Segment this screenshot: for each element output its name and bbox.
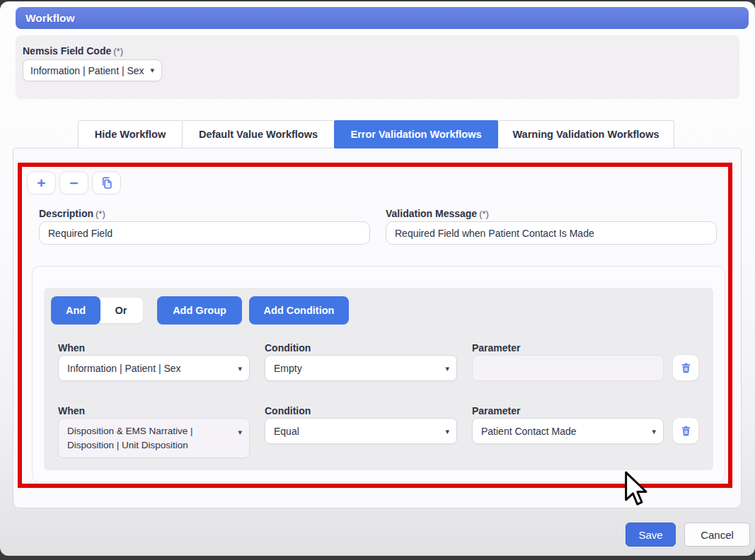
chevron-down-icon: ▾ xyxy=(652,427,656,435)
when-label: When xyxy=(58,404,85,417)
minus-icon: − xyxy=(69,175,78,190)
remove-workflow-button[interactable]: − xyxy=(59,171,88,194)
tab-error-validation-workflows[interactable]: Error Validation Workflows xyxy=(334,120,498,148)
description-input[interactable] xyxy=(39,221,370,245)
parameter-label: Parameter xyxy=(472,342,521,354)
required-mark: (*) xyxy=(96,209,105,219)
when-value: Disposition & EMS Narrative | Dispositio… xyxy=(67,424,221,452)
nemsis-field-section: Nemsis Field Code(*) Information | Patie… xyxy=(16,35,739,99)
cancel-button[interactable]: Cancel xyxy=(684,523,750,547)
chevron-down-icon: ▾ xyxy=(445,364,449,372)
when-select-row1[interactable]: Information | Patient | Sex ▾ xyxy=(58,355,250,381)
required-mark: (*) xyxy=(479,209,489,219)
app-window: Workflow Nemsis Field Code(*) Informatio… xyxy=(0,1,755,556)
parameter-value: Patient Contact Made xyxy=(481,426,577,437)
workflow-titlebar: Workflow xyxy=(16,7,749,29)
parameter-label: Parameter xyxy=(472,404,521,417)
tab-hide-workflow[interactable]: Hide Workflow xyxy=(78,120,183,148)
nemsis-field-value: Information | Patient | Sex xyxy=(30,65,144,76)
condition-select-row1[interactable]: Empty ▾ xyxy=(265,355,457,381)
trash-icon xyxy=(680,362,692,374)
condition-value: Equal xyxy=(274,426,299,437)
add-workflow-button[interactable]: + xyxy=(27,171,56,194)
when-value: Information | Patient | Sex xyxy=(67,363,181,374)
condition-value: Empty xyxy=(274,363,302,374)
page-title: Workflow xyxy=(25,12,74,25)
chevron-down-icon: ▾ xyxy=(238,364,242,372)
when-label: When xyxy=(58,342,85,354)
and-button[interactable]: And xyxy=(51,296,100,325)
chevron-down-icon: ▾ xyxy=(445,427,449,435)
validation-message-input[interactable] xyxy=(386,221,717,245)
description-label: Description(*) xyxy=(39,207,105,220)
nemsis-field-dropdown[interactable]: Information | Patient | Sex ▾ xyxy=(23,59,162,81)
chevron-down-icon: ▾ xyxy=(150,66,154,74)
tab-warning-validation-workflows[interactable]: Warning Validation Workflows xyxy=(497,120,674,148)
or-button[interactable]: Or xyxy=(99,298,143,323)
add-condition-button[interactable]: Add Condition xyxy=(249,296,349,325)
delete-condition-button-row2[interactable] xyxy=(672,417,699,444)
validation-message-label: Validation Message(*) xyxy=(386,207,489,220)
parameter-select-row2[interactable]: Patient Contact Made ▾ xyxy=(472,418,664,444)
workflow-tabs: Hide Workflow Default Value Workflows Er… xyxy=(78,120,674,148)
copy-icon xyxy=(100,176,113,189)
trash-icon xyxy=(680,425,692,437)
plus-icon: + xyxy=(37,175,45,190)
copy-workflow-button[interactable] xyxy=(92,171,121,194)
add-group-button[interactable]: Add Group xyxy=(157,296,242,325)
condition-select-row2[interactable]: Equal ▾ xyxy=(265,418,457,444)
save-button[interactable]: Save xyxy=(626,523,676,547)
tab-default-value-workflows[interactable]: Default Value Workflows xyxy=(182,120,335,148)
parameter-input-row1[interactable] xyxy=(472,355,664,381)
delete-condition-button-row1[interactable] xyxy=(672,354,699,381)
when-select-row2[interactable]: Disposition & EMS Narrative | Dispositio… xyxy=(58,418,250,458)
nemsis-field-label: Nemsis Field Code(*) xyxy=(23,45,123,57)
condition-label: Condition xyxy=(265,404,311,417)
condition-label: Condition xyxy=(265,342,311,354)
chevron-down-icon: ▾ xyxy=(238,428,242,436)
required-mark: (*) xyxy=(113,46,123,57)
